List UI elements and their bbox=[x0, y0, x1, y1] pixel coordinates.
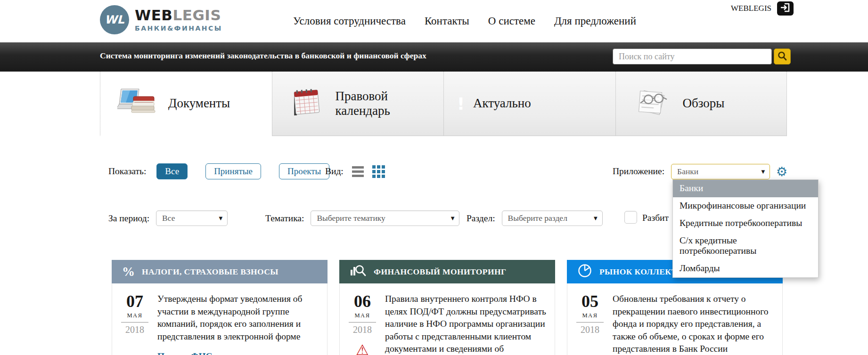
dropdown-item-microfinance[interactable]: Микрофинансовые организации bbox=[673, 197, 818, 215]
logo-subtitle: БАНКИ&ФИНАНСЫ bbox=[135, 24, 222, 32]
account-area: WEBLEGIS bbox=[731, 1, 794, 16]
application-select[interactable]: Банки ▼ bbox=[671, 164, 770, 179]
date-block: 06 МАЯ 2018 ⚠ важно! bbox=[340, 293, 385, 355]
date-day: 05 bbox=[567, 293, 613, 310]
tab-legal-calendar-label: Правовой календарь bbox=[336, 89, 425, 118]
gear-icon[interactable]: ⚙ bbox=[776, 165, 787, 178]
site-search bbox=[613, 48, 791, 65]
site-logo[interactable]: WL WEBLEGIS БАНКИ&ФИНАНСЫ bbox=[100, 5, 222, 34]
date-day: 07 bbox=[112, 293, 157, 310]
card-taxes: % НАЛОГИ, СТРАХОВЫЕ ВЗНОСЫ 07 МАЯ 2018 У… bbox=[112, 260, 328, 355]
show-accepted-button[interactable]: Принятые bbox=[205, 163, 261, 179]
section-filter: Раздел: Выберите раздел ▼ bbox=[467, 210, 603, 226]
logo-text: WEBLEGIS БАНКИ&ФИНАНСЫ bbox=[135, 8, 222, 32]
magnifier-icon bbox=[777, 51, 787, 63]
date-block: 05 МАЯ 2018 bbox=[567, 293, 613, 355]
main-nav: Условия сотрудничества Контакты О систем… bbox=[293, 0, 636, 42]
tab-legal-calendar[interactable]: Правовой календарь bbox=[272, 72, 444, 136]
theme-select-value: Выберите тематику bbox=[317, 213, 385, 223]
system-tagline: Система мониторинга изменений законодате… bbox=[100, 51, 426, 61]
account-username: WEBLEGIS bbox=[731, 4, 771, 13]
theme-select[interactable]: Выберите тематику ▼ bbox=[311, 210, 459, 226]
top-header: WL WEBLEGIS БАНКИ&ФИНАНСЫ Условия сотруд… bbox=[0, 0, 868, 42]
show-all-button[interactable]: Все bbox=[156, 163, 188, 179]
theme-filter: Тематика: Выберите тематику ▼ bbox=[265, 210, 459, 226]
section-label: Раздел: bbox=[467, 213, 495, 224]
login-button[interactable] bbox=[777, 1, 794, 16]
tab-reviews[interactable]: Обзоры bbox=[615, 72, 787, 136]
dropdown-item-banks[interactable]: Банки bbox=[673, 180, 818, 197]
login-icon bbox=[780, 3, 791, 14]
tab-documents-label: Документы bbox=[168, 96, 230, 111]
calendar-icon bbox=[289, 87, 323, 120]
nav-item-suggestions[interactable]: Для предложений bbox=[554, 15, 636, 27]
card-fin-monitoring-text: Правила внутреннего контроля НФО в целях… bbox=[385, 293, 546, 355]
date-year: 2018 bbox=[567, 324, 613, 335]
application-label: Приложение: bbox=[613, 166, 664, 177]
section-tabs: Документы Правовой bbox=[100, 72, 787, 136]
chevron-down-icon: ▼ bbox=[451, 216, 455, 221]
dropdown-item-pawnshops[interactable]: Ломбарды bbox=[673, 260, 818, 277]
application-dropdown: Банки Микрофинансовые организации Кредит… bbox=[672, 179, 819, 278]
grid-view-icon[interactable] bbox=[372, 165, 385, 178]
tab-documents[interactable]: Документы bbox=[100, 72, 272, 136]
documents-icon bbox=[117, 87, 156, 120]
pie-chart-icon bbox=[577, 263, 592, 280]
chevron-down-icon: ▼ bbox=[761, 169, 765, 174]
logo-word-legis: LEGIS bbox=[173, 7, 221, 24]
application-filter: Приложение: Банки ▼ ⚙ bbox=[613, 163, 787, 179]
card-fin-monitoring-header[interactable]: ФИНАНСОВЫЙ МОНИТОРИНГ bbox=[339, 260, 555, 283]
tab-actual-label: Актуально bbox=[473, 96, 531, 111]
date-month: МАЯ bbox=[576, 312, 604, 323]
percent-icon: % bbox=[122, 266, 135, 278]
important-badge: ⚠ важно! bbox=[340, 343, 385, 355]
nav-item-about[interactable]: О системе bbox=[488, 15, 535, 27]
card-taxes-text: Утверждены формат уведомления об участии… bbox=[157, 293, 319, 343]
show-filter: Показать: Все Принятые Проекты bbox=[108, 163, 347, 179]
chevron-down-icon: ▼ bbox=[219, 216, 222, 221]
show-filter-label: Показать: bbox=[108, 166, 146, 177]
tab-reviews-label: Обзоры bbox=[683, 96, 725, 111]
split-checkbox-label: Разбит bbox=[642, 213, 669, 223]
system-banner: Система мониторинга изменений законодате… bbox=[0, 42, 868, 72]
date-year: 2018 bbox=[340, 324, 385, 335]
logo-word-web: WEB bbox=[135, 7, 173, 24]
section-select[interactable]: Выберите раздел ▼ bbox=[502, 210, 603, 226]
period-select[interactable]: Все ▼ bbox=[156, 210, 228, 226]
nav-item-conditions[interactable]: Условия сотрудничества bbox=[293, 15, 406, 27]
card-taxes-header[interactable]: % НАЛОГИ, СТРАХОВЫЕ ВЗНОСЫ bbox=[112, 260, 328, 283]
nav-item-contacts[interactable]: Контакты bbox=[425, 15, 469, 27]
date-year: 2018 bbox=[112, 324, 157, 335]
reviews-icon bbox=[633, 87, 671, 120]
dropdown-item-agri-credit-coops[interactable]: С/х кредитные потребкооперативы bbox=[673, 232, 818, 260]
show-drafts-button[interactable]: Проекты bbox=[279, 163, 329, 179]
period-select-value: Все bbox=[162, 213, 175, 223]
warning-triangle-icon: ⚠ bbox=[340, 343, 385, 355]
dropdown-item-credit-coops[interactable]: Кредитные потребкооперативы bbox=[673, 215, 818, 232]
period-filter: За период: Все ▼ bbox=[108, 210, 228, 226]
monitoring-icon bbox=[350, 264, 367, 279]
card-fin-monitoring: ФИНАНСОВЫЙ МОНИТОРИНГ 06 МАЯ 2018 ⚠ важн… bbox=[339, 260, 555, 355]
card-taxes-body: 07 МАЯ 2018 Утверждены формат уведомлени… bbox=[112, 283, 328, 355]
chevron-down-icon: ▼ bbox=[594, 216, 598, 221]
search-input[interactable] bbox=[613, 48, 772, 65]
tab-actual[interactable]: Актуально bbox=[443, 72, 615, 136]
card-collective-investments-body: 05 МАЯ 2018 Обновлены требования к отчет… bbox=[567, 283, 783, 355]
date-month: МАЯ bbox=[121, 312, 148, 323]
search-button[interactable] bbox=[774, 48, 791, 65]
logo-monogram-icon: WL bbox=[100, 5, 129, 34]
card-taxes-doc-link[interactable]: Приказ ФНС bbox=[157, 351, 213, 355]
date-day: 06 bbox=[340, 293, 385, 310]
application-select-value: Банки bbox=[677, 167, 698, 177]
date-block: 07 МАЯ 2018 bbox=[112, 293, 157, 355]
split-checkbox[interactable] bbox=[624, 211, 637, 224]
card-fin-monitoring-body: 06 МАЯ 2018 ⚠ важно! Правила внутреннего… bbox=[339, 283, 555, 355]
card-taxes-title: НАЛОГИ, СТРАХОВЫЕ ВЗНОСЫ bbox=[142, 267, 278, 277]
theme-label: Тематика: bbox=[265, 213, 304, 224]
section-select-value: Выберите раздел bbox=[508, 213, 567, 223]
card-collective-investments-text: Обновлены требования к отчету о прекраще… bbox=[613, 293, 774, 355]
list-view-icon[interactable] bbox=[352, 166, 364, 177]
period-label: За период: bbox=[108, 213, 149, 224]
view-label: Вид: bbox=[325, 166, 344, 177]
card-fin-monitoring-title: ФИНАНСОВЫЙ МОНИТОРИНГ bbox=[374, 267, 506, 277]
